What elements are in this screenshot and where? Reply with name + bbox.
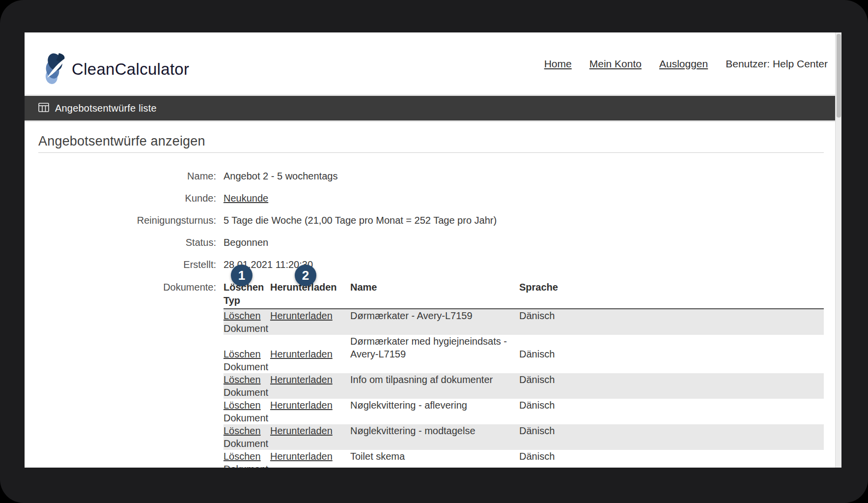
breadcrumb-label: Angebotsentwürfe liste <box>55 103 157 114</box>
app-window: CleanCalculator Home Mein Konto Auslogge… <box>25 32 841 468</box>
download-link[interactable]: Herunterladen <box>270 425 333 436</box>
document-row: Löschen Herunterladen Dørmærkater med hy… <box>224 335 824 373</box>
column-header-typ: Typ <box>224 294 824 307</box>
title-divider <box>38 152 824 153</box>
detail-label: Erstellt: <box>25 259 216 270</box>
page-title: Angebotsentwürfe anzeigen <box>38 134 205 149</box>
vertical-scrollbar[interactable] <box>835 32 841 468</box>
delete-link[interactable]: Löschen <box>224 349 261 359</box>
document-name: Dørmærkater med hygiejneindsats - Avery-… <box>350 335 519 360</box>
detail-row-erstellt: Erstellt: 28.01.2021 11:20:30 <box>25 254 830 276</box>
document-name: Toilet skema <box>350 450 519 463</box>
download-link[interactable]: Herunterladen <box>270 349 333 359</box>
detail-value: Angebot 2 - 5 wochentags <box>224 171 337 182</box>
document-type: Dokument <box>224 386 824 399</box>
document-language: Dänisch <box>519 309 824 322</box>
documents-table: Löschen Herunterladen Name Sprache Typ L… <box>224 281 824 468</box>
document-name: Nøglekvittering - modtagelse <box>350 424 519 437</box>
scrollbar-thumb[interactable] <box>837 34 841 118</box>
download-link[interactable]: Herunterladen <box>270 451 333 462</box>
document-language: Dänisch <box>519 373 824 386</box>
document-type: Dokument <box>224 463 824 468</box>
detail-row-reinigungsturnus: Reinigungsturnus: 5 Tage die Woche (21,0… <box>25 209 830 232</box>
annotation-badge-2: 2 <box>295 265 316 286</box>
annotation-badge-1: 1 <box>231 265 252 286</box>
top-nav: Home Mein Konto Ausloggen Benutzer: Help… <box>544 58 828 70</box>
detail-label: Status: <box>25 237 216 248</box>
document-row: Löschen Herunterladen Nøglekvittering - … <box>224 399 824 424</box>
screenshot-stage: CleanCalculator Home Mein Konto Auslogge… <box>0 0 868 503</box>
delete-link[interactable]: Löschen <box>224 425 261 436</box>
document-language: Dänisch <box>519 348 824 360</box>
document-row: Löschen Herunterladen Dørmærkater - Aver… <box>224 309 824 335</box>
document-language: Dänisch <box>519 450 824 463</box>
logo-text: CleanCalculator <box>72 60 189 79</box>
kunde-link[interactable]: Neukunde <box>224 193 268 204</box>
detail-label: Name: <box>25 171 216 182</box>
breadcrumb-bar: Angebotsentwürfe liste <box>25 94 841 122</box>
detail-row-kunde: Kunde: Neukunde <box>25 187 830 209</box>
column-header-name: Name <box>350 281 519 294</box>
nav-ausloggen-link[interactable]: Ausloggen <box>659 58 708 70</box>
download-link[interactable]: Herunterladen <box>270 374 333 385</box>
offer-details: Name: Angebot 2 - 5 wochentags Kunde: Ne… <box>25 165 830 276</box>
delete-link[interactable]: Löschen <box>224 374 261 385</box>
document-row: Löschen Herunterladen Toilet skema Dänis… <box>224 450 824 468</box>
document-type: Dokument <box>224 437 824 450</box>
document-name: Dørmærkater - Avery-L7159 <box>350 309 519 322</box>
table-icon <box>38 103 49 114</box>
column-header-sprache: Sprache <box>519 281 824 294</box>
document-language: Dänisch <box>519 424 824 437</box>
detail-label: Kunde: <box>25 193 216 204</box>
detail-label: Reinigungsturnus: <box>25 215 216 226</box>
nav-home-link[interactable]: Home <box>544 58 572 70</box>
document-language: Dänisch <box>519 399 824 412</box>
app-header: CleanCalculator Home Mein Konto Auslogge… <box>25 32 841 94</box>
document-type: Dokument <box>224 360 824 373</box>
detail-row-name: Name: Angebot 2 - 5 wochentags <box>25 165 830 187</box>
delete-link[interactable]: Löschen <box>224 400 261 411</box>
download-link[interactable]: Herunterladen <box>270 400 333 411</box>
app-logo: CleanCalculator <box>44 52 189 87</box>
documents-table-header: Löschen Herunterladen Name Sprache <box>224 281 824 294</box>
document-type: Dokument <box>224 322 824 335</box>
nav-mein-konto-link[interactable]: Mein Konto <box>589 58 642 70</box>
document-name: Info om tilpasning af dokumenter <box>350 373 519 386</box>
feather-logo-icon <box>44 52 68 87</box>
delete-link[interactable]: Löschen <box>224 310 261 321</box>
detail-row-status: Status: Begonnen <box>25 232 830 254</box>
document-name: Nøglekvittering - aflevering <box>350 399 519 412</box>
document-row: Löschen Herunterladen Info om tilpasning… <box>224 373 824 399</box>
user-label: Benutzer: Help Center <box>726 58 828 70</box>
delete-link[interactable]: Löschen <box>224 451 261 462</box>
document-type: Dokument <box>224 412 824 424</box>
detail-value: Begonnen <box>224 237 268 248</box>
documents-label: Dokumente: <box>25 281 216 294</box>
document-row: Löschen Herunterladen Nøglekvittering - … <box>224 424 824 450</box>
download-link[interactable]: Herunterladen <box>270 310 333 321</box>
detail-value: 5 Tage die Woche (21,00 Tage pro Monat =… <box>224 215 497 226</box>
